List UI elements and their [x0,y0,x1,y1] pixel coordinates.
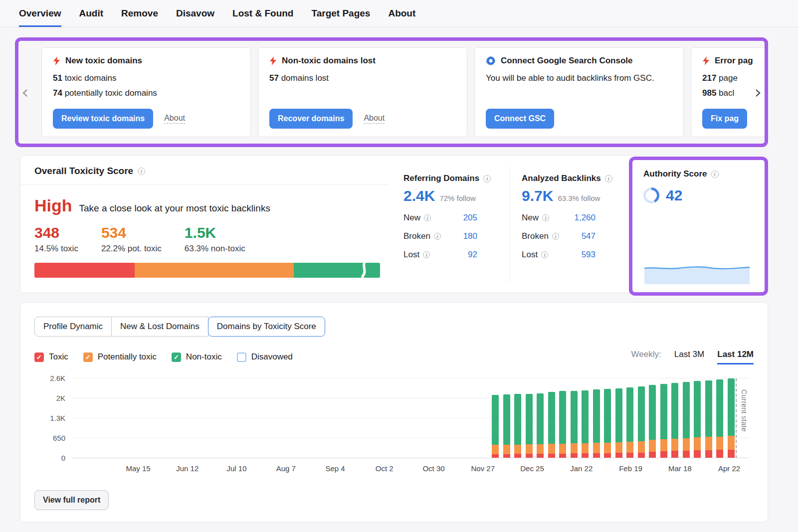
metric-row-new: Newi 1,260 [522,213,596,223]
tab-disavow[interactable]: Disavow [176,0,214,27]
legend-potentially-toxic[interactable]: ✓ Potentially toxic [83,352,157,362]
info-icon[interactable]: i [605,175,612,182]
legend-non-toxic[interactable]: ✓ Non-toxic [172,352,222,362]
chart-bar[interactable] [716,379,723,458]
view-full-report-button[interactable]: View full report [34,490,109,510]
chart-bar[interactable] [514,394,521,458]
period-switcher: Weekly: Last 3M Last 12M [631,350,754,364]
checkbox-non-toxic[interactable]: ✓ [172,353,181,362]
checkbox-potentially-toxic[interactable]: ✓ [83,353,93,362]
carousel-next-icon[interactable]: › [755,83,762,101]
legend-disavowed[interactable]: Disavowed [237,352,293,362]
authority-score-ring [643,187,659,203]
chart-bar[interactable] [548,392,555,458]
info-icon[interactable]: i [552,233,559,240]
tab-about[interactable]: About [388,0,415,27]
connect-gsc-button[interactable]: Connect GSC [486,109,554,129]
chart-bar[interactable] [705,380,712,458]
toxicity-weekly-chart: 06501.3K2K2.6K Current state May 15Jun 1… [34,378,754,477]
chart-bar[interactable] [526,394,533,458]
chart-bar[interactable] [638,386,645,458]
tab-profile-dynamic[interactable]: Profile Dynamic [34,317,112,337]
chart-bar[interactable] [537,393,544,458]
metric-value-link[interactable]: 92 [468,250,477,260]
about-link[interactable]: About [364,114,385,124]
card-nontoxic-domains-lost: Non-toxic domains lost 57 domains lost R… [258,47,467,137]
tab-new-lost-domains[interactable]: New & Lost Domains [111,317,208,337]
info-icon[interactable]: i [542,214,549,221]
notifications-carousel: ‹ New toxic domains 51 toxic domains 74 … [15,37,768,147]
chart-bar[interactable] [571,391,578,458]
gear-icon [486,56,496,66]
tab-target-pages[interactable]: Target Pages [311,0,370,27]
chart-bar[interactable] [671,383,678,458]
metric-value-link[interactable]: 205 [463,213,477,223]
chart-bar[interactable] [492,395,499,458]
chart-bar[interactable] [593,389,600,458]
recover-domains-button[interactable]: Recover domains [269,109,353,129]
toxicity-level: High [34,196,72,215]
chart-bar[interactable] [649,385,656,458]
metric-value-link[interactable]: 593 [582,250,596,260]
chart-plot[interactable]: Current state [72,378,749,458]
analyzed-backlinks-value: 9.7K [522,187,553,204]
period-label: Weekly: [631,350,661,359]
analyzed-backlinks-title: Analyzed Backlinks [522,174,601,183]
metric-value-link[interactable]: 547 [582,231,596,241]
about-link[interactable]: About [164,114,185,124]
chart-bar[interactable] [728,378,735,458]
chart-bar[interactable] [559,391,566,458]
tab-overview[interactable]: Overview [19,0,61,27]
info-icon[interactable]: i [423,251,430,258]
card-new-toxic-domains: New toxic domains 51 toxic domains 74 po… [41,47,251,137]
potentially-toxic-segment[interactable] [135,263,294,278]
tab-remove[interactable]: Remove [121,0,158,27]
fix-pages-button[interactable]: Fix pag [702,109,747,129]
review-toxic-domains-button[interactable]: Review toxic domains [53,109,153,129]
checkbox-disavowed[interactable] [237,353,246,362]
toxicity-distribution-bar[interactable] [34,263,380,278]
metric-value-link[interactable]: 180 [463,231,477,241]
card-title: Connect Google Search Console [501,56,633,66]
axis-break-icon [360,263,368,278]
card-title: New toxic domains [65,56,142,66]
legend-toxic[interactable]: ✓ Toxic [34,352,68,362]
carousel-prev-icon[interactable]: ‹ [21,83,28,101]
chart-bar[interactable] [660,384,667,458]
chart-bar[interactable] [626,387,633,458]
chart-bar[interactable] [694,381,701,458]
tab-lost-and-found[interactable]: Lost & Found [232,0,293,27]
tab-audit[interactable]: Audit [79,0,104,27]
card-description: You will be able to audit backlinks from… [486,72,665,85]
metric-value-link[interactable]: 1,260 [574,213,596,223]
info-icon[interactable]: i [711,171,719,178]
card-stat-line: 57 domains lost [269,73,456,83]
info-icon[interactable]: i [483,175,491,182]
analyzed-backlinks-section: Analyzed Backlinks i 9.7K 63.3% follow N… [509,166,617,283]
card-title: Error pag [715,56,753,66]
current-state-label: Current state [740,389,748,432]
summary-panel: Overall Toxicity Score i High Take a clo… [20,155,768,293]
authority-score-panel: Authority Score i 42 [629,157,768,296]
period-last-12m[interactable]: Last 12M [717,350,754,364]
info-icon[interactable]: i [138,168,145,175]
report-panel: Profile Dynamic New & Lost Domains Domai… [20,302,768,523]
checkbox-toxic[interactable]: ✓ [34,353,44,362]
chart-bar[interactable] [683,382,690,458]
chart-bar[interactable] [503,394,510,458]
card-connect-gsc: Connect Google Search Console You will b… [474,47,684,137]
chart-bar[interactable] [582,390,589,458]
info-icon[interactable]: i [541,251,548,258]
report-tabs: Profile Dynamic New & Lost Domains Domai… [34,317,325,337]
chart-bar[interactable] [604,389,611,458]
chart-bar[interactable] [615,388,622,458]
y-axis-labels: 06501.3K2K2.6K [34,378,65,458]
referring-domains-value: 2.4K [403,187,435,204]
info-icon[interactable]: i [424,214,431,221]
tab-domains-by-toxicity-score[interactable]: Domains by Toxicity Score [208,317,325,337]
card-stat-line: 51 toxic domains [53,73,239,83]
info-icon[interactable]: i [434,233,441,240]
toxic-segment[interactable] [34,263,135,278]
non-toxic-stat: 1.5K 63.3% non-toxic [185,224,245,254]
period-last-3m[interactable]: Last 3M [674,350,704,364]
